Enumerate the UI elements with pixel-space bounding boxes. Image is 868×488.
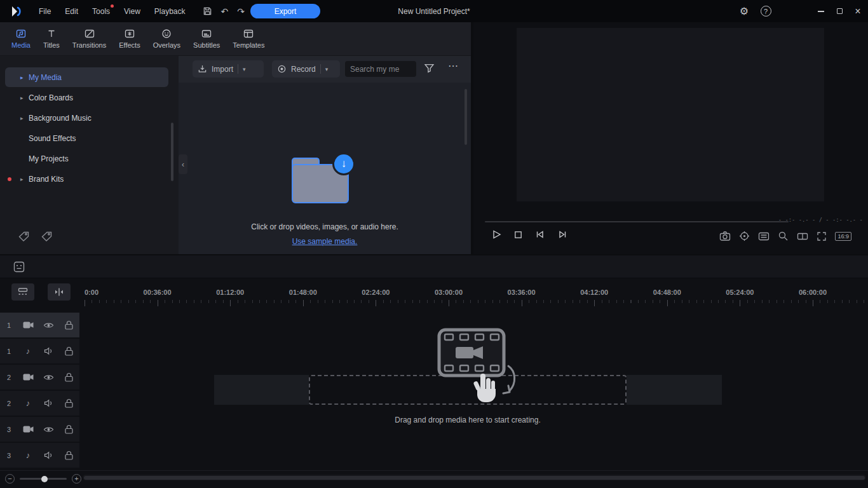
tab-effects[interactable]: Effects (112, 22, 146, 55)
menu-playback[interactable]: Playback (147, 0, 193, 22)
track-number: 3 (0, 452, 18, 459)
redo-icon[interactable]: ↷ (237, 7, 245, 16)
list-icon[interactable] (758, 231, 770, 241)
track-header-audio-3[interactable]: 3 ♪ (0, 443, 79, 468)
track-header-audio-1[interactable]: 1 ♪ (0, 339, 79, 363)
next-frame-button[interactable] (557, 229, 567, 240)
track-header-video-2[interactable]: 2 (0, 365, 79, 390)
seek-bar[interactable] (485, 221, 789, 222)
preview-tools: 16:9 (719, 231, 851, 241)
stop-button[interactable] (513, 230, 523, 240)
zoom-icon[interactable] (778, 231, 789, 241)
previous-frame-button[interactable] (535, 229, 545, 240)
tag-icon[interactable] (41, 231, 53, 243)
play-button[interactable] (491, 229, 501, 240)
snap-button[interactable] (48, 283, 71, 301)
visibility-eye-icon[interactable] (38, 322, 58, 329)
timeline-panel: 0:00 00:36:00 01:12:00 01:48:00 02:24:00… (0, 255, 868, 488)
fullscreen-icon[interactable] (817, 231, 827, 241)
lock-icon[interactable] (58, 398, 79, 408)
lock-icon[interactable] (58, 424, 79, 434)
media-scrollbar[interactable] (465, 89, 467, 145)
tab-subtitles[interactable]: Subtitles (187, 22, 226, 55)
tab-label: Templates (233, 41, 264, 49)
sidebar-item-my-media[interactable]: ▸ My Media (5, 67, 168, 87)
tab-titles[interactable]: Titles (37, 22, 66, 55)
sidebar-item-label: My Media (29, 73, 62, 82)
save-icon[interactable] (203, 6, 212, 16)
visibility-eye-icon[interactable] (38, 426, 58, 433)
sidebar-item-sound-effects[interactable]: Sound Effects (5, 128, 168, 148)
lock-icon[interactable] (58, 451, 79, 460)
asset-panel: Media Titles Transitions Effects Overlay… (0, 22, 471, 254)
timeline-dropzone[interactable] (309, 375, 627, 405)
speaker-icon[interactable] (38, 451, 58, 459)
speaker-icon[interactable] (38, 347, 58, 355)
templates-tab-icon (243, 29, 254, 39)
split-view-icon[interactable] (797, 231, 808, 241)
tab-overlays[interactable]: Overlays (147, 22, 187, 55)
drag-hand-icon (469, 363, 526, 409)
video-camera-icon (18, 425, 38, 433)
tab-media[interactable]: Media (5, 22, 37, 55)
ruler-label: 03:00:00 (435, 288, 463, 296)
scrollbar-thumb[interactable] (84, 476, 865, 480)
menu-view[interactable]: View (117, 0, 147, 22)
filter-funnel-icon[interactable] (424, 63, 435, 74)
speaker-icon[interactable] (38, 399, 58, 407)
sidebar-item-my-projects[interactable]: My Projects (5, 149, 168, 168)
track-header-video-1[interactable]: 1 (0, 313, 79, 337)
zoom-out-button[interactable]: − (5, 474, 15, 484)
timeline-horizontal-scrollbar[interactable] (83, 475, 866, 480)
track-header-audio-2[interactable]: 2 ♪ (0, 391, 79, 416)
sidebar-scrollbar[interactable] (171, 123, 173, 181)
zoom-in-button[interactable]: + (72, 474, 81, 484)
snapshot-camera-icon[interactable] (719, 231, 731, 241)
visibility-eye-icon[interactable] (38, 374, 58, 381)
sidebar-item-brand-kits[interactable]: ▸ Brand Kits (5, 169, 168, 189)
sidebar-item-background-music[interactable]: ▸ Background Music (5, 108, 168, 128)
search-field[interactable] (350, 65, 411, 74)
tag-icon[interactable] (18, 231, 30, 243)
ruler-label: 03:36:00 (508, 288, 536, 296)
timeline-view-icon[interactable] (10, 258, 28, 276)
track-options-button[interactable] (11, 283, 34, 301)
download-badge-icon: ↓ (332, 152, 355, 175)
sidebar-item-color-boards[interactable]: ▸ Color Boards (5, 88, 168, 107)
lock-icon[interactable] (58, 372, 79, 382)
collapse-panel-button[interactable]: ‹ (179, 154, 187, 174)
media-library: Import ▾ Record ▾ ⋯ ↓ Click or drop vide… (179, 56, 471, 254)
import-button[interactable]: Import ▾ (193, 60, 264, 78)
settings-gear-icon[interactable]: ⚙ (735, 0, 754, 22)
tab-transitions[interactable]: Transitions (66, 22, 112, 55)
zoom-slider[interactable] (20, 478, 67, 480)
tab-templates[interactable]: Templates (226, 22, 271, 55)
import-dropzone[interactable]: ↓ (292, 151, 355, 208)
timecode-display: - -:- -.- - / - -:- -.- - (778, 217, 863, 223)
close-button[interactable]: × (848, 0, 867, 22)
timeline-ruler[interactable]: 0:00 00:36:00 01:12:00 01:48:00 02:24:00… (83, 288, 868, 299)
undo-icon[interactable]: ↶ (221, 7, 229, 16)
menu-tools[interactable]: Tools (85, 0, 117, 22)
search-input[interactable] (345, 61, 416, 77)
sample-media-link[interactable]: Use sample media. (179, 237, 471, 246)
aspect-ratio-button[interactable]: 16:9 (835, 232, 851, 241)
notification-dot (111, 4, 114, 8)
export-button[interactable]: Export (250, 4, 320, 18)
subtitles-tab-icon (201, 29, 212, 39)
record-button[interactable]: Record ▾ (272, 60, 340, 78)
more-options-icon[interactable]: ⋯ (448, 60, 459, 72)
timeline-hint-text: Drag and drop media here to start creati… (67, 416, 868, 424)
target-icon[interactable] (739, 231, 750, 241)
zoom-slider-thumb[interactable] (41, 476, 48, 482)
menu-file[interactable]: File (32, 0, 58, 22)
maximize-button[interactable] (830, 0, 849, 22)
chevron-down-icon: ▾ (243, 66, 246, 72)
lock-icon[interactable] (58, 320, 79, 330)
menu-edit[interactable]: Edit (58, 0, 85, 22)
clip-placeholder-left (214, 375, 309, 405)
ruler-label: 04:48:00 (653, 288, 681, 296)
minimize-button[interactable] (811, 0, 831, 22)
lock-icon[interactable] (58, 346, 79, 356)
help-icon[interactable]: ? (756, 0, 775, 22)
